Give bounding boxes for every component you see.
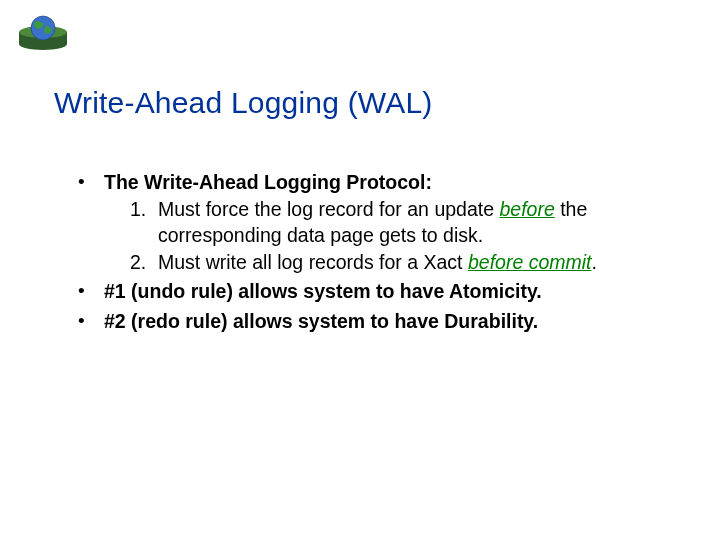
item2-text-a: Must write all log records for a Xact — [158, 251, 468, 273]
protocol-intro-strong: Write-Ahead Logging — [144, 171, 341, 193]
protocol-intro-a: The — [104, 171, 144, 193]
bullet-undo-rule: #1 (undo rule) allows system to have Ato… — [78, 279, 680, 304]
slide-title: Write-Ahead Logging (WAL) — [54, 86, 433, 120]
item1-emph: before — [499, 198, 554, 220]
protocol-intro-b: Protocol: — [341, 171, 432, 193]
item2-number: 2. — [130, 250, 146, 275]
protocol-item-1: 1. Must force the log record for an upda… — [130, 197, 680, 248]
logo — [14, 14, 72, 52]
slide-body: The Write-Ahead Logging Protocol: 1. Mus… — [78, 170, 680, 338]
item1-text-a: Must force the log record for an update — [158, 198, 499, 220]
undo-rule-text: #1 (undo rule) allows system to have Ato… — [104, 280, 542, 302]
database-globe-icon — [14, 14, 72, 52]
item1-number: 1. — [130, 197, 146, 222]
bullet-redo-rule: #2 (redo rule) allows system to have Dur… — [78, 309, 680, 334]
protocol-item-2: 2. Must write all log records for a Xact… — [130, 250, 680, 275]
slide: Write-Ahead Logging (WAL) The Write-Ahea… — [0, 0, 720, 540]
item2-text-b: . — [592, 251, 597, 273]
bullet-protocol: The Write-Ahead Logging Protocol: 1. Mus… — [78, 170, 680, 275]
item2-emph: before commit — [468, 251, 592, 273]
redo-rule-text: #2 (redo rule) allows system to have Dur… — [104, 310, 538, 332]
